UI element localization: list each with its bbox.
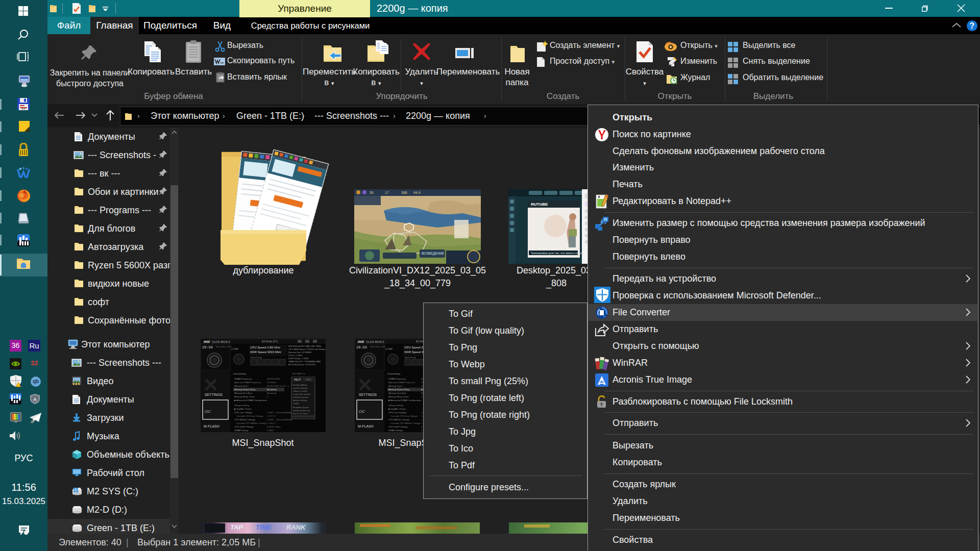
svg-text:!: !	[19, 383, 20, 387]
svg-text:RUTUBE: RUTUBE	[531, 202, 548, 207]
svg-text:94,9: 94,9	[413, 191, 421, 194]
svg-text:A: A	[33, 397, 37, 402]
svg-text:ВОЗВЕДЕНИЕ: ВОЗВЕДЕНИЕ	[422, 252, 445, 256]
svg-text:Тренировка для тех, кто много: Тренировка для тех, кто много сидит	[531, 252, 583, 255]
svg-text:56: 56	[370, 191, 374, 194]
svg-text:64:: 64:	[21, 107, 27, 111]
svg-text:388: 388	[401, 191, 407, 194]
svg-text:17: 17	[385, 191, 389, 194]
